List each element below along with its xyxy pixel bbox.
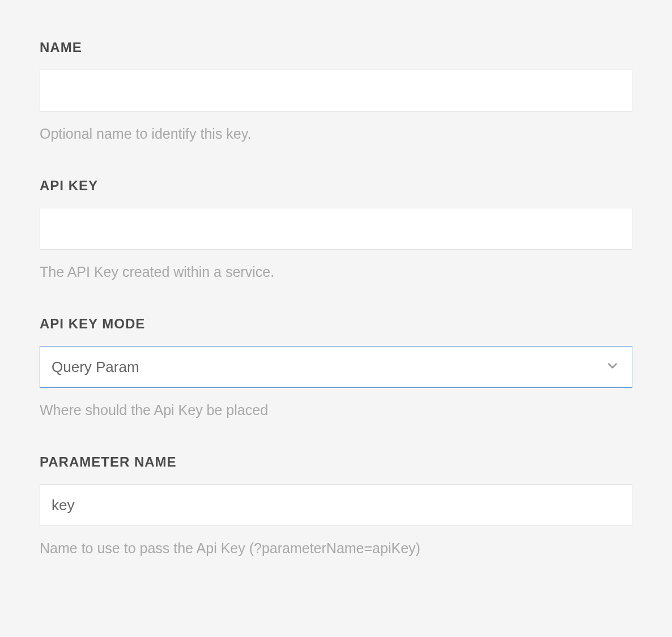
parameter-name-input[interactable]	[40, 484, 632, 526]
name-field-group: NAME Optional name to identify this key.	[40, 40, 632, 144]
name-help-text: Optional name to identify this key.	[40, 124, 632, 144]
api-key-field-group: API KEY The API Key created within a ser…	[40, 178, 632, 282]
parameter-name-label: PARAMETER NAME	[40, 454, 632, 470]
api-key-mode-help-text: Where should the Api Key be placed	[40, 400, 632, 420]
api-key-input[interactable]	[40, 208, 632, 250]
name-label: NAME	[40, 40, 632, 55]
api-key-label: API KEY	[40, 178, 632, 194]
api-key-mode-field-group: API KEY MODE Query Param Where should th…	[40, 316, 632, 420]
api-key-mode-select-wrapper: Query Param	[40, 346, 632, 388]
api-key-mode-label: API KEY MODE	[40, 316, 632, 332]
api-key-help-text: The API Key created within a service.	[40, 262, 632, 282]
parameter-name-field-group: PARAMETER NAME Name to use to pass the A…	[40, 454, 632, 558]
api-key-mode-select[interactable]: Query Param	[40, 346, 632, 388]
parameter-name-help-text: Name to use to pass the Api Key (?parame…	[40, 538, 632, 558]
name-input[interactable]	[40, 70, 632, 112]
